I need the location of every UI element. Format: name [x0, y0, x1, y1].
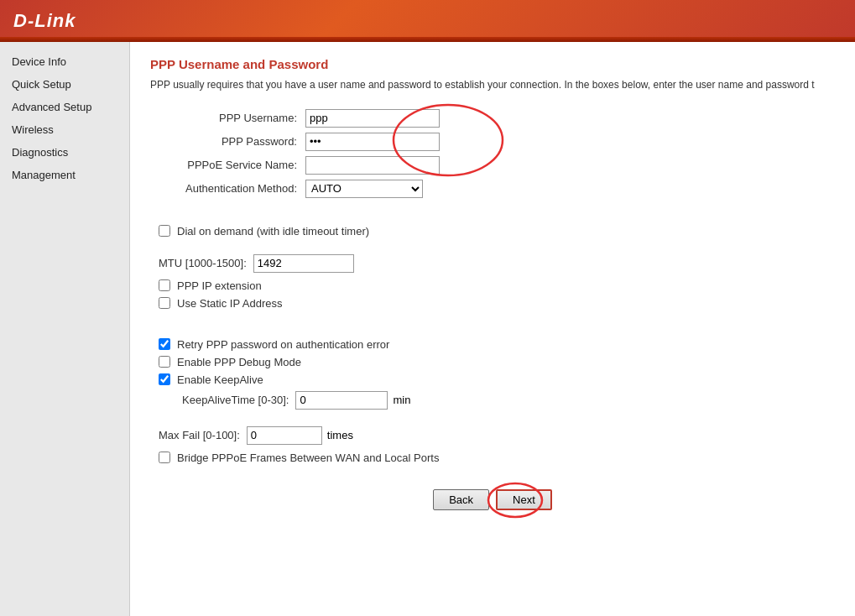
enable-keepalive-label: Enable KeepAlive	[177, 373, 263, 386]
enable-keepalive-row: Enable KeepAlive	[150, 373, 835, 386]
dial-on-demand-row: Dial on demand (with idle timeout timer)	[150, 225, 835, 238]
retry-ppp-label: Retry PPP password on authentication err…	[177, 338, 389, 351]
maxfail-unit: times	[327, 429, 353, 441]
password-row: PPP Password:	[150, 133, 835, 151]
sidebar-item-wireless[interactable]: Wireless	[0, 118, 129, 141]
enable-debug-checkbox[interactable]	[159, 356, 170, 368]
use-static-ip-checkbox[interactable]	[159, 297, 170, 309]
dial-on-demand-label: Dial on demand (with idle timeout timer)	[177, 225, 369, 238]
pppoe-service-label: PPPoE Service Name:	[150, 159, 305, 171]
keepalive-unit: min	[393, 394, 410, 406]
auth-method-select[interactable]: AUTO PAP CHAP MSCHAPV2	[305, 180, 423, 198]
auth-method-row: Authentication Method: AUTO PAP CHAP MSC…	[150, 180, 835, 198]
sidebar-item-management[interactable]: Management	[0, 164, 129, 186]
use-static-ip-label: Use Static IP Address	[177, 297, 283, 310]
ppp-password-label: PPP Password:	[150, 135, 305, 148]
sidebar-item-quick-setup[interactable]: Quick Setup	[0, 73, 129, 96]
use-static-ip-row: Use Static IP Address	[150, 297, 835, 310]
page-description: PPP usually requires that you have a use…	[150, 78, 835, 92]
username-row: PPP Username:	[150, 109, 835, 128]
bridge-pppoe-row: Bridge PPPoE Frames Between WAN and Loca…	[150, 452, 835, 464]
ppp-ip-extension-row: PPP IP extension	[150, 279, 835, 292]
header: D-Link	[0, 0, 855, 42]
auth-method-label: Authentication Method:	[150, 182, 305, 195]
ppp-username-label: PPP Username:	[150, 112, 305, 124]
maxfail-input[interactable]	[247, 426, 322, 445]
mtu-row: MTU [1000-1500]:	[150, 254, 835, 273]
pppoe-service-input[interactable]	[305, 156, 440, 175]
divider-5	[150, 415, 835, 426]
mtu-label: MTU [1000-1500]:	[159, 257, 247, 269]
button-row: Back Next	[150, 489, 835, 510]
maxfail-label: Max Fail [0-100]:	[159, 429, 240, 441]
pppoe-service-row: PPPoE Service Name:	[150, 156, 835, 175]
divider-3	[150, 315, 835, 326]
enable-keepalive-checkbox[interactable]	[159, 373, 170, 385]
keepalive-row: KeepAliveTime [0-30]: min	[150, 391, 835, 410]
retry-ppp-checkbox[interactable]	[159, 338, 170, 350]
dial-on-demand-checkbox[interactable]	[159, 225, 170, 237]
sidebar-item-diagnostics[interactable]: Diagnostics	[0, 141, 129, 164]
keepalive-label: KeepAliveTime [0-30]:	[182, 394, 289, 406]
credentials-form: PPP Username: PPP Password: PPPoE Servic…	[150, 109, 835, 198]
ppp-username-input[interactable]	[305, 109, 440, 128]
keepalive-input[interactable]	[295, 391, 388, 410]
sidebar-item-advanced-setup[interactable]: Advanced Setup	[0, 96, 129, 118]
main-content: PPP Username and Password PPP usually re…	[130, 42, 855, 616]
layout: Device Info Quick Setup Advanced Setup W…	[0, 42, 855, 616]
bridge-pppoe-label: Bridge PPPoE Frames Between WAN and Loca…	[177, 452, 439, 464]
next-button-container: Next	[496, 489, 552, 510]
sidebar: Device Info Quick Setup Advanced Setup W…	[0, 42, 130, 616]
mtu-input[interactable]	[253, 254, 354, 273]
bridge-pppoe-checkbox[interactable]	[159, 452, 170, 463]
ppp-ip-extension-checkbox[interactable]	[159, 279, 170, 291]
back-button[interactable]: Back	[433, 489, 489, 510]
page-title: PPP Username and Password	[150, 57, 835, 71]
ppp-ip-extension-label: PPP IP extension	[177, 279, 262, 292]
divider-2	[150, 243, 835, 254]
ppp-password-input[interactable]	[305, 133, 440, 151]
divider-4	[150, 326, 835, 338]
next-button[interactable]: Next	[496, 489, 552, 510]
enable-debug-label: Enable PPP Debug Mode	[177, 356, 301, 368]
divider-1	[150, 213, 835, 225]
dlink-logo: D-Link	[13, 10, 76, 32]
maxfail-row: Max Fail [0-100]: times	[150, 426, 835, 445]
enable-debug-row: Enable PPP Debug Mode	[150, 356, 835, 368]
sidebar-item-device-info[interactable]: Device Info	[0, 50, 129, 73]
form-container: PPP Username: PPP Password: PPPoE Servic…	[150, 109, 835, 510]
retry-ppp-row: Retry PPP password on authentication err…	[150, 338, 835, 351]
